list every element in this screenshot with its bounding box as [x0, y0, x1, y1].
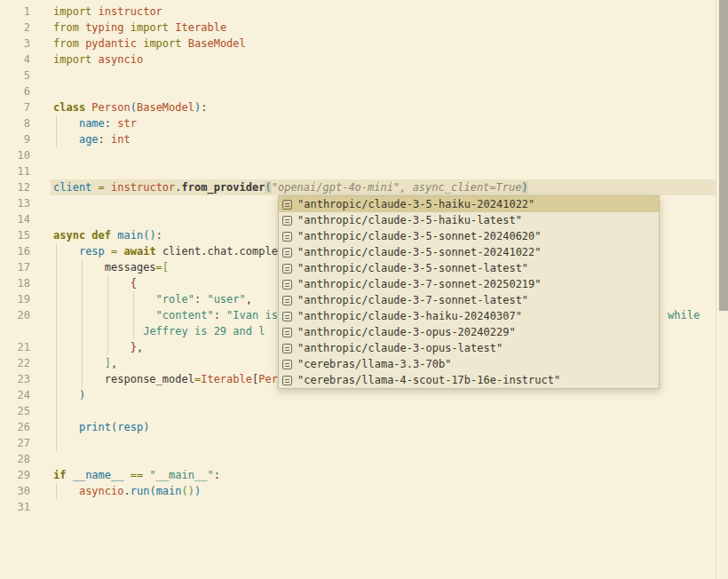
text-lines-icon [282, 312, 292, 321]
indent-guide [56, 291, 57, 307]
indent-guide [82, 355, 83, 371]
code-token [53, 421, 79, 433]
code-line[interactable]: 29if __name__ == "__main__": [0, 467, 716, 483]
completion-item[interactable]: "anthropic/claude-3-haiku-20240307" [279, 308, 659, 324]
code-fragment-right-of-menu: while [668, 307, 700, 323]
indent-guide [56, 419, 57, 435]
line-number: 25 [0, 403, 30, 419]
code-line[interactable]: 10 [0, 147, 716, 163]
line-number: 31 [0, 499, 30, 515]
code-token: ) [79, 389, 85, 401]
code-content: from pydantic import BaseModel [51, 36, 716, 52]
code-line[interactable]: 5 [0, 67, 716, 83]
completion-item[interactable]: "anthropic/claude-3-opus-20240229" [279, 324, 659, 340]
completion-item[interactable]: "cerebras/llama-4-scout-17b-16e-instruct… [279, 372, 659, 388]
completion-item[interactable]: "anthropic/claude-3-5-haiku-latest" [279, 212, 659, 228]
code-token [53, 341, 131, 353]
code-line[interactable]: 25 [0, 403, 716, 419]
code-token: , [137, 341, 143, 353]
vertical-scrollbar[interactable] [716, 0, 728, 579]
code-line[interactable]: 30 asyncio.run(main()) [0, 483, 716, 499]
code-content: ) [51, 387, 716, 403]
code-line[interactable]: 8 name: str [0, 115, 716, 131]
code-token: , [111, 357, 117, 369]
code-token: Iterable [201, 373, 252, 385]
line-number: 26 [0, 419, 30, 435]
indent-guide [107, 291, 108, 307]
code-token: while [668, 309, 700, 321]
code-token: : [201, 101, 207, 114]
code-token: : [214, 469, 220, 481]
line-number: 24 [0, 387, 30, 403]
code-token: from [53, 37, 79, 50]
code-token: "Ivan is [226, 309, 278, 321]
code-line[interactable]: 7class Person(BaseModel): [0, 99, 716, 115]
text-lines-icon [282, 200, 292, 210]
code-token: client [162, 245, 201, 258]
code-token [53, 117, 79, 130]
completion-item[interactable]: "anthropic/claude-3-7-sonnet-20250219" [279, 276, 659, 292]
code-line[interactable]: 1import instructor [0, 4, 716, 20]
code-token [53, 325, 143, 337]
completion-item[interactable]: "anthropic/claude-3-7-sonnet-latest" [279, 292, 659, 308]
line-number: 1 [0, 4, 30, 20]
code-token: Jeffrey is 29 and l [143, 325, 265, 337]
code-token: } [131, 341, 137, 353]
code-line[interactable]: 27 [0, 435, 716, 451]
text-lines-icon [282, 264, 292, 274]
line-number: 30 [0, 483, 30, 499]
code-line[interactable]: 24 ) [0, 387, 716, 403]
code-line[interactable]: 31 [0, 499, 716, 515]
code-line[interactable]: 26 print(resp) [0, 419, 716, 435]
indent-guide [107, 307, 108, 323]
indent-guide [56, 307, 57, 323]
code-content [51, 451, 716, 467]
text-lines-icon [282, 296, 292, 305]
code-token: comple [240, 245, 278, 258]
scrollbar-thumb[interactable] [719, 0, 728, 311]
code-token [105, 181, 111, 194]
code-line[interactable]: 2from typing import Iterable [0, 20, 716, 36]
indent-guide [107, 323, 108, 339]
completion-item[interactable]: "anthropic/claude-3-5-sonnet-latest" [279, 260, 659, 276]
code-token [220, 309, 226, 321]
indent-guide [56, 275, 57, 291]
line-number: 12 [0, 179, 30, 195]
code-token: response_model [105, 373, 194, 385]
code-token: print [79, 421, 111, 433]
line-number: 29 [0, 467, 30, 483]
code-line[interactable]: 11 [0, 163, 716, 179]
indent-guide [82, 307, 83, 323]
code-token [53, 389, 79, 401]
code-line[interactable]: 3from pydantic import BaseModel [0, 36, 716, 52]
completion-label: "anthropic/claude-3-opus-20240229" [297, 324, 516, 340]
indent-guide [82, 323, 83, 339]
code-token: . [175, 181, 181, 194]
completion-item[interactable]: "anthropic/claude-3-5-haiku-20241022" [279, 196, 659, 212]
code-line[interactable]: 12client = instructor.from_provider("ope… [0, 179, 716, 195]
text-lines-icon [282, 344, 292, 353]
code-token: == [131, 469, 143, 481]
code-token: import [143, 37, 181, 50]
completion-item[interactable]: "anthropic/claude-3-opus-latest" [279, 340, 659, 356]
line-number: 15 [0, 227, 30, 243]
completion-menu[interactable]: "anthropic/claude-3-5-haiku-20241022""an… [278, 195, 660, 389]
code-token: BaseModel [137, 101, 194, 114]
code-content: name: str [51, 115, 716, 131]
completion-item[interactable]: "anthropic/claude-3-5-sonnet-20241022" [279, 244, 659, 260]
indent-guide [56, 339, 57, 355]
completion-item[interactable]: "anthropic/claude-3-5-sonnet-20240620" [279, 228, 659, 244]
code-line[interactable]: 4import asyncio [0, 52, 716, 67]
code-line[interactable]: 6 [0, 83, 716, 99]
code-content [51, 403, 716, 419]
code-line[interactable]: 28 [0, 451, 716, 467]
code-content [51, 435, 716, 451]
code-token [53, 357, 105, 369]
completion-item[interactable]: "cerebras/llama-3.3-70b" [279, 356, 659, 372]
code-line[interactable]: 9 age: int [0, 131, 716, 147]
code-token: ] [105, 357, 111, 369]
code-content: age: int [51, 131, 716, 147]
code-token: if [53, 469, 66, 481]
code-token [105, 245, 111, 258]
code-token: ) [149, 229, 155, 242]
